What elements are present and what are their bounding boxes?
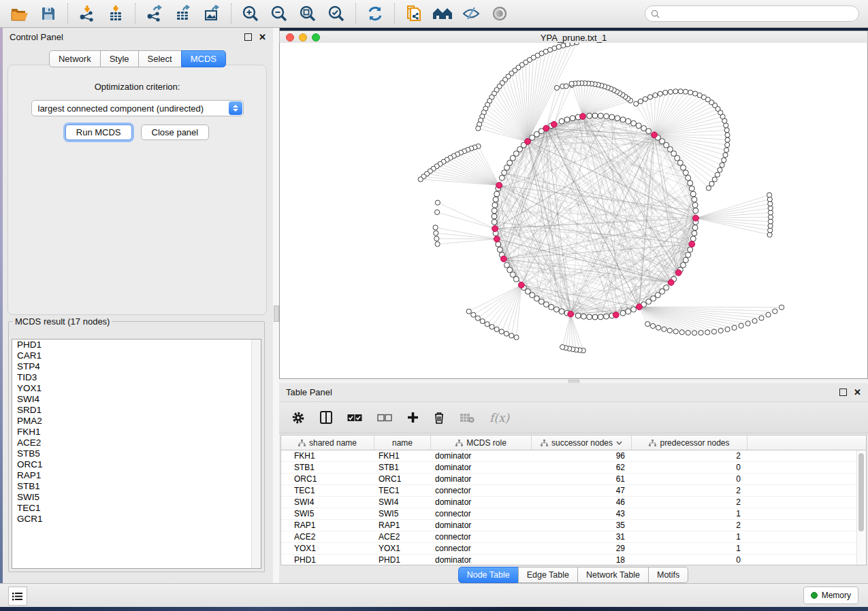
mcds-result-item[interactable]: CAR1 (12, 350, 261, 361)
mcds-result-item[interactable]: PHD1 (12, 340, 261, 350)
tab-node-table[interactable]: Node Table (458, 567, 519, 583)
deselect-all-rows-button[interactable] (377, 414, 392, 422)
table-scrollbar[interactable] (856, 450, 866, 565)
show-all-button[interactable] (485, 2, 514, 25)
import-network-button[interactable] (73, 2, 101, 25)
mcds-result-item[interactable]: SRD1 (12, 405, 261, 416)
table-panel-title: Table Panel (286, 387, 332, 397)
toolbar-separator (67, 3, 68, 24)
mcds-result-item[interactable]: PMA2 (12, 416, 261, 427)
mcds-result-item[interactable]: GCR1 (12, 514, 261, 525)
table-row[interactable]: RAP1RAP1dominator352 (281, 520, 866, 531)
close-panel-icon[interactable]: ✕ (854, 388, 861, 397)
sort-desc-icon (616, 441, 622, 445)
column-header-MCDS-role[interactable]: MCDS role (431, 435, 532, 450)
mcds-result-item[interactable]: STB5 (12, 448, 261, 459)
open-session-button[interactable] (5, 2, 34, 25)
search-field[interactable] (645, 5, 859, 22)
control-panel: Control Panel ✕ NetworkStyleSelectMCDS O… (3, 28, 273, 584)
cell-predecessor-nodes: 1 (632, 509, 748, 518)
delete-column-button[interactable] (434, 411, 445, 424)
column-header-name[interactable]: name (374, 435, 431, 450)
column-visibility-button[interactable] (320, 411, 332, 424)
tab-network[interactable]: Network (49, 50, 101, 67)
first-neighbors-button[interactable] (428, 2, 457, 25)
export-image-icon (203, 5, 221, 22)
network-canvas[interactable] (279, 43, 868, 379)
table-row[interactable]: ORC1ORC1dominator610 (281, 474, 866, 485)
mcds-result-item[interactable]: SWI5 (12, 492, 261, 503)
cell-successor-nodes: 43 (532, 509, 632, 518)
cell-shared-name: SWI5 (281, 509, 374, 518)
table-row[interactable]: SWI5SWI5connector431 (281, 508, 866, 520)
splitter-grip[interactable] (274, 306, 279, 322)
close-panel-icon[interactable]: ✕ (259, 33, 266, 42)
table-row[interactable]: YOX1YOX1connector291 (281, 543, 866, 555)
mcds-result-item[interactable]: STP4 (12, 361, 261, 372)
mcds-result-item[interactable]: RAP1 (12, 470, 261, 481)
column-header-successor-nodes[interactable]: successor nodes (532, 435, 632, 450)
export-table-button[interactable] (169, 2, 197, 25)
tab-style[interactable]: Style (100, 50, 139, 67)
mcds-result-item[interactable]: YOX1 (12, 383, 261, 394)
add-column-button[interactable] (407, 412, 419, 423)
table-row[interactable]: SWI4SWI4dominator462 (281, 497, 866, 508)
tab-mcds[interactable]: MCDS (181, 50, 226, 67)
tab-network-table[interactable]: Network Table (577, 567, 649, 583)
mcds-result-item[interactable]: TID3 (12, 372, 261, 383)
mcds-result-item[interactable]: SWI4 (12, 394, 261, 405)
cell-shared-name: PHD1 (281, 555, 374, 565)
table-row[interactable]: PHD1PHD1dominator180 (281, 555, 866, 565)
mcds-result-item[interactable]: ORC1 (12, 459, 261, 470)
close-panel-button[interactable]: Close panel (141, 125, 210, 140)
refresh-layout-button[interactable] (361, 2, 389, 25)
column-header-shared-name[interactable]: shared name (281, 435, 374, 450)
save-session-button[interactable] (34, 2, 63, 25)
result-scrollbar[interactable] (251, 340, 261, 568)
criterion-label: Optimization criterion: (8, 82, 266, 92)
cell-predecessor-nodes: 2 (632, 497, 748, 507)
table-row[interactable]: TEC1TEC1connector472 (281, 485, 866, 497)
tab-edge-table[interactable]: Edge Table (518, 567, 578, 583)
table-row[interactable]: STB1STB1dominator620 (281, 462, 866, 474)
network-window: YPA_prune.txt_1 (279, 31, 868, 379)
cell-successor-nodes: 29 (532, 544, 632, 553)
export-image-button[interactable] (197, 2, 226, 25)
mcds-result-item[interactable]: STB1 (12, 481, 261, 492)
import-table-button[interactable] (101, 2, 130, 25)
column-header-predecessor-nodes[interactable]: predecessor nodes (632, 435, 748, 450)
criterion-select[interactable]: largest connected component (undirected) (31, 100, 244, 116)
search-input[interactable] (663, 8, 858, 19)
hide-selected-button[interactable] (457, 2, 485, 25)
table-row[interactable]: ACE2ACE2connector311 (281, 531, 866, 543)
attribute-type-icon (455, 440, 463, 446)
share-document-button[interactable] (400, 2, 428, 25)
mcds-result-item[interactable]: ACE2 (12, 437, 261, 448)
table-settings-button[interactable] (291, 411, 305, 425)
mcds-result-item[interactable]: FKH1 (12, 427, 261, 437)
cell-successor-nodes: 31 (532, 532, 632, 542)
tab-select[interactable]: Select (138, 50, 182, 67)
mcds-result-list[interactable]: PHD1CAR1STP4TID3YOX1SWI4SRD1PMA2FKH1ACE2… (12, 339, 261, 569)
zoom-out-button[interactable] (265, 2, 293, 25)
cell-successor-nodes: 61 (532, 474, 632, 484)
table-row[interactable]: FKH1FKH1dominator962 (281, 450, 866, 462)
cell-predecessor-nodes: 0 (632, 474, 748, 484)
select-all-rows-button[interactable] (347, 414, 362, 422)
task-history-button[interactable] (8, 587, 27, 606)
float-panel-icon[interactable] (839, 389, 847, 396)
mcds-result-item[interactable]: TEC1 (12, 503, 261, 514)
scrollbar-thumb[interactable] (858, 453, 864, 531)
zoom-selected-button[interactable] (322, 2, 351, 25)
zoom-fit-button[interactable] (293, 2, 322, 25)
zoom-in-button[interactable] (236, 2, 265, 25)
export-network-button[interactable] (140, 2, 169, 25)
toolbar-separator (355, 3, 356, 24)
run-mcds-button[interactable]: Run MCDS (65, 125, 132, 140)
memory-button[interactable]: Memory (803, 587, 858, 604)
float-panel-icon[interactable] (244, 33, 252, 41)
cell-MCDS-role: connector (431, 486, 532, 495)
cell-predecessor-nodes: 2 (632, 451, 748, 461)
tab-motifs[interactable]: Motifs (648, 567, 688, 583)
network-window-titlebar[interactable]: YPA_prune.txt_1 (279, 31, 868, 44)
